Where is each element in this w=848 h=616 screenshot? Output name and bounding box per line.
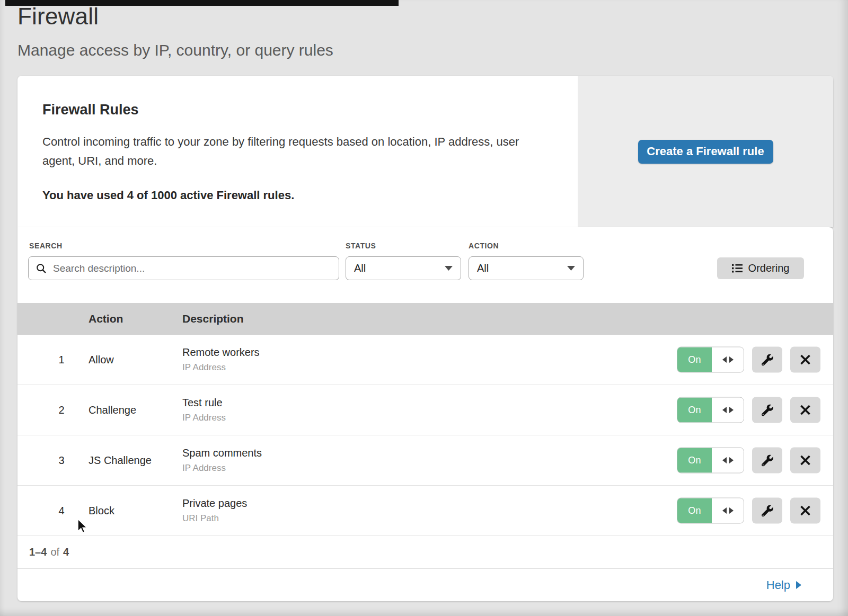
create-rule-panel: Create a Firewall rule [578, 76, 833, 227]
firewall-rules-card: Firewall Rules Control incoming traffic … [17, 76, 833, 227]
pagination-range: 1–4 [29, 546, 47, 558]
wrench-icon [762, 505, 773, 516]
delete-rule-button[interactable] [790, 498, 820, 524]
rule-controls: On [677, 347, 820, 373]
rule-action: Allow [89, 354, 114, 366]
rule-enabled-toggle[interactable]: On [677, 448, 744, 474]
rule-field: URI Path [182, 513, 247, 524]
table-row: 2 Challenge Test rule IP Address On [17, 385, 833, 435]
column-header-action: Action [89, 303, 123, 335]
table-row: 4 Block Private pages URI Path On [17, 486, 833, 536]
rule-controls: On [677, 397, 820, 423]
table-header: Action Description [17, 303, 833, 335]
rule-controls: On [677, 448, 820, 474]
chevron-down-icon [567, 266, 575, 271]
pagination-of: of [50, 546, 59, 558]
edit-rule-button[interactable] [752, 498, 782, 524]
close-icon [800, 455, 811, 466]
rules-usage-text: You have used 4 of 1000 active Firewall … [42, 189, 556, 202]
firewall-page: Firewall Manage access by IP, country, o… [0, 0, 848, 616]
firewall-rules-card-text: Firewall Rules Control incoming traffic … [17, 76, 578, 227]
action-selected-value: All [477, 262, 489, 274]
status-label: STATUS [346, 242, 376, 250]
pagination: 1–4 of 4 [17, 536, 833, 568]
toggle-on-label: On [677, 347, 712, 372]
ordering-button[interactable]: Ordering [717, 257, 804, 279]
delete-rule-button[interactable] [790, 448, 820, 474]
rule-enabled-toggle[interactable]: On [677, 347, 744, 373]
toggle-arrows-icon [712, 498, 744, 523]
rule-action: JS Challenge [89, 454, 152, 467]
search-label: SEARCH [29, 242, 63, 250]
pagination-total: 4 [63, 546, 69, 558]
toggle-arrows-icon [712, 398, 744, 423]
rule-description: Test rule [182, 397, 226, 409]
search-input[interactable] [52, 262, 331, 275]
wrench-icon [762, 404, 773, 416]
page-title: Firewall [17, 3, 99, 30]
rule-description: Private pages [182, 497, 247, 510]
rule-priority: 1 [49, 354, 74, 366]
toggle-on-label: On [677, 448, 712, 473]
toggle-arrows-icon [712, 448, 744, 473]
action-select[interactable]: All [469, 256, 584, 280]
rule-enabled-toggle[interactable]: On [677, 498, 744, 524]
search-field-wrapper [28, 256, 339, 280]
rule-action: Challenge [89, 404, 136, 416]
toggle-on-label: On [677, 498, 712, 523]
help-link-label: Help [766, 578, 790, 592]
table-row: 3 JS Challenge Spam comments IP Address … [17, 435, 833, 486]
rule-description: Remote workers [182, 346, 260, 359]
wrench-icon [762, 354, 773, 365]
rule-controls: On [677, 498, 820, 524]
rule-field: IP Address [182, 362, 260, 373]
rule-description-cell: Spam comments IP Address [182, 447, 262, 474]
rule-priority: 3 [49, 454, 74, 467]
rule-description-cell: Remote workers IP Address [182, 346, 260, 373]
rule-field: IP Address [182, 463, 262, 474]
status-select[interactable]: All [346, 256, 461, 280]
ordering-list-icon [732, 264, 743, 273]
table-row: 1 Allow Remote workers IP Address On [17, 335, 833, 385]
create-firewall-rule-button[interactable]: Create a Firewall rule [638, 140, 773, 164]
delete-rule-button[interactable] [790, 347, 820, 373]
rule-description-cell: Test rule IP Address [182, 397, 226, 423]
action-label: ACTION [469, 242, 499, 250]
rule-enabled-toggle[interactable]: On [677, 397, 744, 423]
rule-priority: 2 [49, 404, 74, 416]
wrench-icon [762, 454, 773, 466]
column-header-description: Description [182, 303, 244, 335]
card-description: Control incoming traffic to your zone by… [42, 132, 546, 171]
search-icon [36, 263, 47, 274]
rule-field: IP Address [182, 413, 226, 423]
edit-rule-button[interactable] [752, 397, 782, 423]
rule-description-cell: Private pages URI Path [182, 497, 247, 524]
toggle-arrows-icon [712, 347, 744, 372]
close-icon [800, 505, 811, 516]
delete-rule-button[interactable] [790, 397, 820, 423]
rule-description: Spam comments [182, 447, 262, 459]
close-icon [800, 354, 811, 365]
card-title: Firewall Rules [42, 102, 556, 118]
help-link[interactable]: Help [766, 578, 801, 592]
card-footer: Help [17, 568, 833, 601]
close-icon [800, 405, 811, 416]
ordering-button-label: Ordering [748, 262, 790, 274]
rules-list-card: SEARCH STATUS All ACTION All [17, 227, 833, 601]
toggle-on-label: On [677, 398, 712, 423]
help-arrow-icon [796, 581, 801, 589]
page-subtitle: Manage access by IP, country, or query r… [17, 41, 333, 59]
status-selected-value: All [354, 262, 366, 274]
rules-table-body: 1 Allow Remote workers IP Address On [17, 335, 833, 536]
rule-action: Block [89, 505, 114, 517]
edit-rule-button[interactable] [752, 347, 782, 373]
edit-rule-button[interactable] [752, 448, 782, 474]
chevron-down-icon [445, 266, 453, 271]
rule-priority: 4 [49, 505, 74, 517]
